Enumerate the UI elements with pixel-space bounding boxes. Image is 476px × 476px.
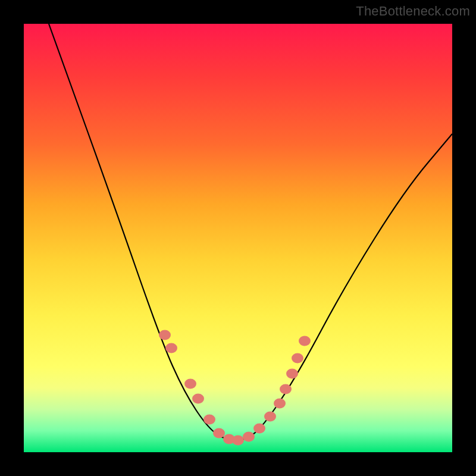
bead-marker [232, 436, 244, 446]
bead-marker [292, 353, 303, 364]
bead-marker [165, 343, 177, 353]
bead-marker [280, 384, 292, 394]
bead-marker [243, 432, 255, 442]
watermark-text: TheBottleneck.com [356, 4, 470, 19]
plot-area [24, 24, 452, 452]
bead-marker [286, 369, 298, 379]
bead-marker [299, 336, 311, 346]
bead-marker [159, 330, 171, 340]
chart-frame: TheBottleneck.com [0, 0, 476, 476]
bead-marker [253, 424, 265, 434]
bead-marker [203, 415, 215, 425]
bead-marker [213, 428, 225, 439]
bead-group [159, 330, 311, 446]
curve-svg [24, 24, 452, 452]
bead-marker [184, 379, 196, 389]
bead-marker [274, 399, 286, 409]
bead-marker [192, 394, 204, 404]
bottleneck-curve [49, 24, 452, 440]
bead-marker [264, 412, 276, 422]
